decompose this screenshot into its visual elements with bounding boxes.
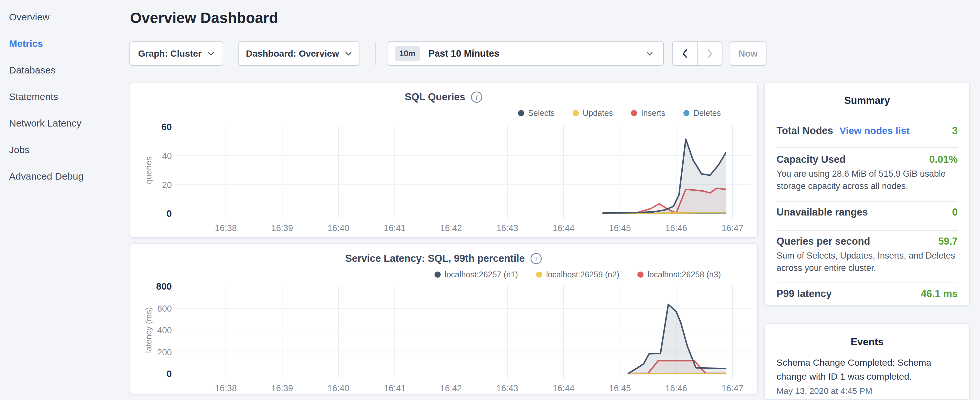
chevron-down-icon	[207, 51, 215, 56]
p99-latency-value: 46.1 ms	[921, 288, 958, 300]
sidebar-item-advanced-debug[interactable]: Advanced Debug	[0, 163, 129, 190]
y-tick-label: 40	[162, 151, 172, 161]
x-tick-label: 16:44	[553, 384, 574, 393]
summary-panel: Summary Total Nodes View nodes list 3 Ca…	[764, 82, 970, 306]
series-area	[603, 139, 726, 214]
legend-item: Updates	[573, 108, 613, 118]
total-nodes-value: 3	[952, 125, 958, 137]
unavailable-ranges-value: 0	[952, 207, 958, 218]
x-tick-label: 16:40	[328, 384, 349, 393]
legend-dot-icon	[631, 110, 637, 116]
summary-row-p99: P99 latency 46.1 ms	[776, 288, 958, 300]
y-axis-label: latency (ms)	[144, 307, 154, 353]
divider	[776, 282, 958, 283]
time-step-forward-button[interactable]	[697, 42, 722, 65]
total-nodes-label: Total Nodes	[776, 125, 833, 137]
summary-row-total-nodes: Total Nodes View nodes list 3	[776, 125, 958, 137]
legend-label: localhost:26257 (n1)	[445, 270, 518, 279]
x-tick-label: 16:43	[496, 384, 518, 393]
x-tick-label: 16:40	[328, 223, 349, 233]
legend-item: localhost:26259 (n2)	[536, 270, 620, 279]
chart-card-sql-queries: 16:3816:3916:4016:4116:4216:4316:4416:45…	[130, 82, 758, 238]
legend-label: localhost:26259 (n2)	[546, 270, 620, 279]
sidebar-item-databases[interactable]: Databases	[0, 57, 129, 83]
summary-title: Summary	[765, 95, 969, 107]
legend-item: Deletes	[683, 108, 721, 118]
app-root: Overview Metrics Databases Statements Ne…	[0, 0, 980, 400]
y-tick-label: 20	[162, 180, 172, 190]
legend-item: localhost:26257 (n1)	[434, 270, 518, 279]
service-latency-plot[interactable]: 16:3816:3916:4016:4116:4216:4316:4416:45…	[130, 244, 758, 395]
sidebar-item-jobs[interactable]: Jobs	[0, 137, 129, 163]
x-tick-label: 16:39	[271, 223, 293, 233]
legend-dot-icon	[683, 110, 689, 116]
x-tick-label: 16:38	[215, 384, 237, 393]
x-tick-label: 16:47	[721, 384, 743, 393]
qps-label: Queries per second	[776, 236, 870, 247]
time-window-badge: 10m	[395, 46, 420, 61]
svg-text:i: i	[476, 93, 477, 101]
legend-label: Deletes	[694, 108, 721, 118]
y-tick-label: 600	[157, 304, 172, 314]
info-icon[interactable]: i	[530, 252, 542, 265]
divider	[776, 230, 958, 231]
graph-dropdown[interactable]: Graph: Cluster	[129, 41, 223, 66]
x-tick-label: 16:42	[440, 223, 462, 233]
events-panel: Events Schema Change Completed: Schema c…	[764, 323, 970, 400]
x-tick-label: 16:42	[440, 384, 462, 393]
chart-title: SQL Queries	[405, 91, 465, 103]
now-button[interactable]: Now	[730, 41, 767, 66]
y-tick-label: 200	[157, 347, 172, 357]
x-tick-label: 16:44	[553, 223, 574, 233]
time-range-label: Past 10 Minutes	[428, 48, 499, 59]
chart-legend: localhost:26257 (n1)localhost:26259 (n2)…	[434, 270, 721, 279]
chevron-left-icon	[683, 50, 687, 57]
svg-text:i: i	[535, 255, 537, 263]
sidebar-item-overview[interactable]: Overview	[0, 4, 129, 30]
y-axis-label: queries	[144, 156, 154, 184]
y-tick-label: 0	[167, 369, 172, 379]
dashboard-dropdown[interactable]: Dashboard: Overview	[239, 41, 360, 66]
event-text: Schema Change Completed: Schema change w…	[776, 356, 958, 384]
view-nodes-list-link[interactable]: View nodes list	[840, 125, 910, 136]
chevron-down-icon	[646, 51, 654, 56]
legend-dot-icon	[434, 271, 441, 278]
summary-row-unavailable-ranges: Unavailable ranges 0	[776, 207, 958, 218]
legend-item: Inserts	[631, 108, 665, 118]
legend-dot-icon	[637, 271, 644, 278]
x-tick-label: 16:38	[215, 223, 237, 233]
chevron-down-icon	[345, 51, 352, 56]
x-tick-label: 16:45	[609, 384, 631, 393]
sidebar-item-statements[interactable]: Statements	[0, 83, 129, 110]
qps-value: 59.7	[938, 236, 958, 247]
dashboard-dropdown-label: Dashboard: Overview	[246, 49, 339, 59]
events-title: Events	[765, 336, 969, 348]
time-range-selector[interactable]: 10m Past 10 Minutes	[388, 41, 664, 66]
qps-description: Sum of Selects, Updates, Inserts, and De…	[776, 250, 958, 274]
graph-dropdown-label: Graph: Cluster	[138, 49, 202, 59]
y-tick-label: 400	[157, 325, 172, 335]
y-tick-label: 800	[156, 281, 172, 292]
legend-label: Updates	[583, 108, 613, 118]
legend-item: localhost:26258 (n3)	[637, 270, 721, 279]
capacity-used-label: Capacity Used	[776, 154, 846, 166]
capacity-used-description: You are using 28.6 MiB of 515.9 GiB usab…	[776, 167, 958, 192]
sidebar-item-network-latency[interactable]: Network Latency	[0, 110, 129, 137]
legend-item: Selects	[518, 108, 555, 118]
summary-row-capacity: Capacity Used 0.01%	[776, 154, 958, 166]
time-step-back-button[interactable]	[673, 42, 697, 65]
controls-divider	[375, 42, 376, 65]
x-tick-label: 16:47	[721, 223, 743, 233]
x-tick-label: 16:46	[665, 384, 687, 393]
legend-dot-icon	[536, 271, 542, 278]
capacity-used-value: 0.01%	[929, 154, 958, 166]
sql-queries-plot[interactable]: 16:3816:3916:4016:4116:4216:4316:4416:45…	[130, 83, 758, 239]
time-step-buttons	[672, 41, 722, 66]
legend-label: Selects	[528, 108, 555, 118]
event-timestamp: May 13, 2020 at 4:45 PM	[776, 386, 958, 396]
sidebar-item-metrics[interactable]: Metrics	[0, 30, 129, 57]
x-tick-label: 16:39	[271, 384, 293, 393]
chart-card-service-latency: 16:3816:3916:4016:4116:4216:4316:4416:45…	[130, 243, 758, 395]
y-tick-label: 60	[161, 122, 172, 132]
info-icon[interactable]: i	[471, 91, 483, 103]
